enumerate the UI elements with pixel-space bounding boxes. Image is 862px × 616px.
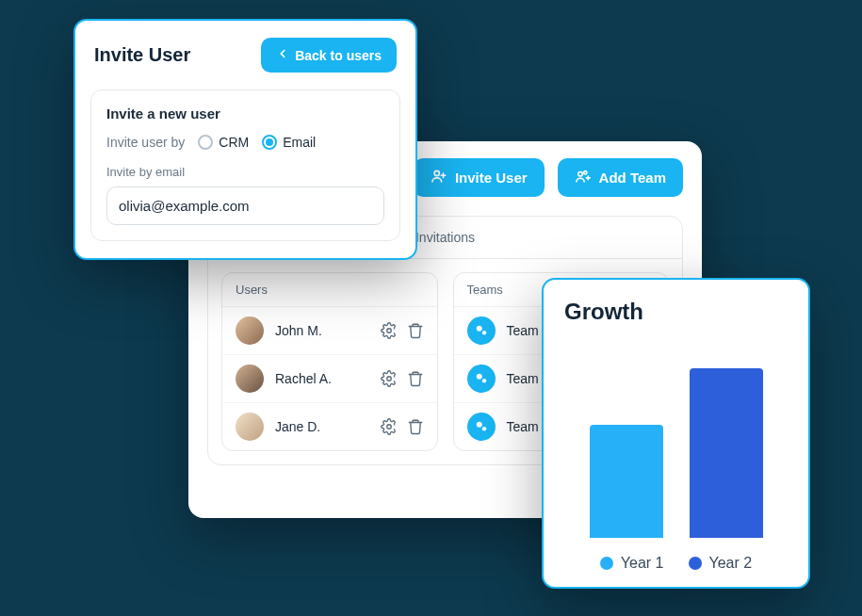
- svg-point-9: [481, 379, 486, 383]
- avatar: [236, 365, 264, 393]
- settings-button[interactable]: [381, 322, 398, 339]
- form-subtitle: Invite a new user: [106, 105, 384, 122]
- svg-point-2: [583, 171, 586, 174]
- chevron-left-icon: [276, 47, 289, 63]
- gear-icon: [381, 322, 398, 339]
- modal-header: Invite User Back to users: [75, 21, 415, 89]
- svg-point-11: [481, 427, 486, 431]
- bar-year-2: [690, 368, 763, 538]
- svg-point-5: [386, 425, 391, 430]
- row-actions: [381, 322, 424, 339]
- user-row: Rachel A.: [222, 355, 437, 403]
- modal-body: Invite a new user Invite user by CRM Ema…: [75, 89, 415, 258]
- add-team-button-label: Add Team: [599, 170, 666, 186]
- radio-circle-icon: [198, 135, 213, 150]
- settings-button[interactable]: [381, 418, 398, 435]
- tab-invitations[interactable]: Invitations: [415, 230, 475, 245]
- team-icon: [467, 413, 496, 441]
- invite-user-button-label: Invite User: [455, 170, 528, 186]
- growth-chart-card: Growth Year 1 Year 2: [542, 278, 810, 589]
- invite-user-modal: Invite User Back to users Invite a new u…: [73, 19, 417, 260]
- radio-crm[interactable]: CRM: [198, 135, 249, 150]
- bar-year-1: [590, 425, 663, 538]
- gear-icon: [381, 370, 398, 387]
- row-actions: [381, 418, 424, 435]
- avatar: [236, 413, 264, 441]
- settings-button[interactable]: [381, 370, 398, 387]
- legend-item-year-1: Year 1: [600, 555, 664, 572]
- svg-point-0: [434, 170, 439, 175]
- radio-email[interactable]: Email: [262, 135, 316, 150]
- users-header: Users: [222, 273, 437, 307]
- invite-by-row: Invite user by CRM Email: [106, 135, 384, 150]
- legend-swatch-icon: [600, 557, 613, 570]
- delete-button[interactable]: [407, 370, 424, 387]
- svg-point-1: [577, 172, 582, 177]
- user-name: Rachel A.: [275, 371, 369, 386]
- email-field-label: Invite by email: [106, 165, 384, 179]
- back-button-label: Back to users: [295, 48, 382, 63]
- user-name: Jane D.: [275, 419, 369, 434]
- user-plus-icon: [431, 168, 447, 187]
- team-icon: [467, 316, 496, 345]
- avatar: [236, 316, 264, 345]
- invite-user-button[interactable]: Invite User: [414, 158, 545, 197]
- team-plus-icon: [575, 168, 592, 187]
- chart-plot-area: [564, 334, 788, 542]
- svg-point-3: [386, 329, 391, 333]
- invite-by-label: Invite user by: [106, 135, 185, 150]
- legend-item-year-2: Year 2: [689, 555, 753, 572]
- svg-point-7: [481, 331, 486, 335]
- user-name: John M.: [275, 323, 369, 338]
- add-team-button[interactable]: Add Team: [558, 158, 683, 197]
- svg-point-8: [476, 374, 481, 380]
- user-row: Jane D.: [222, 403, 437, 450]
- svg-point-4: [386, 377, 391, 381]
- legend-label: Year 2: [709, 555, 753, 572]
- user-row: John M.: [222, 307, 437, 355]
- trash-icon: [407, 418, 424, 435]
- svg-point-10: [476, 422, 481, 428]
- users-column: Users John M. Rachel A.: [221, 272, 438, 451]
- team-icon: [467, 365, 496, 393]
- gear-icon: [381, 418, 398, 435]
- back-to-users-button[interactable]: Back to users: [261, 38, 397, 73]
- trash-icon: [407, 370, 424, 387]
- chart-legend: Year 1 Year 2: [564, 542, 788, 572]
- legend-swatch-icon: [689, 557, 702, 570]
- delete-button[interactable]: [407, 418, 424, 435]
- invite-email-input[interactable]: [106, 186, 384, 225]
- modal-title: Invite User: [94, 44, 190, 66]
- radio-email-label: Email: [283, 135, 316, 150]
- delete-button[interactable]: [407, 322, 424, 339]
- invite-form: Invite a new user Invite user by CRM Ema…: [90, 89, 400, 241]
- radio-circle-icon: [262, 135, 277, 150]
- legend-label: Year 1: [621, 555, 664, 572]
- chart-title: Growth: [564, 299, 788, 325]
- radio-crm-label: CRM: [219, 135, 249, 150]
- trash-icon: [407, 322, 424, 339]
- row-actions: [381, 370, 424, 387]
- svg-point-6: [476, 326, 481, 332]
